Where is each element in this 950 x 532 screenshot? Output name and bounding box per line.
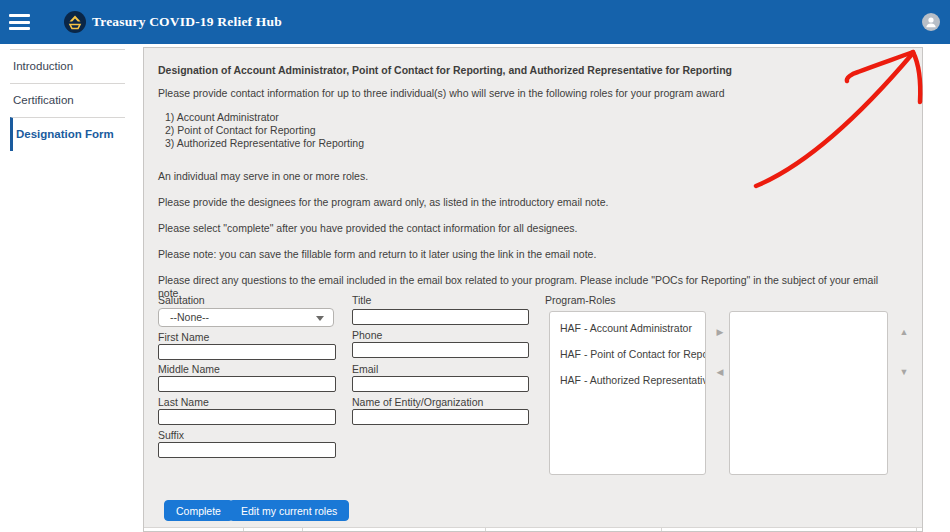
first-name-field[interactable]	[158, 344, 336, 360]
page-title: Treasury COVID-19 Relief Hub	[92, 0, 282, 44]
intro-paragraph: Please provide contact information for u…	[158, 87, 904, 100]
treasury-seal-icon	[64, 11, 86, 33]
roles-list-item: 2) Point of Contact for Reporting	[158, 124, 904, 137]
phone-label: Phone	[352, 329, 382, 341]
sidebar-nav: Introduction Certification Designation F…	[10, 49, 125, 151]
note-paragraph: An individual may serve in one or more r…	[158, 170, 904, 183]
middle-name-label: Middle Name	[158, 363, 220, 375]
chevron-down-icon	[316, 316, 324, 321]
user-profile-icon[interactable]	[922, 13, 940, 31]
sidebar-item-certification[interactable]: Certification	[10, 83, 125, 117]
move-up-icon[interactable]: ▲	[897, 325, 911, 339]
program-roles-label: Program-Roles	[545, 294, 616, 306]
first-name-label: First Name	[158, 331, 209, 343]
phone-field[interactable]	[352, 342, 529, 358]
suffix-label: Suffix	[158, 429, 184, 441]
records-table-sliver	[144, 527, 922, 532]
edit-current-roles-button[interactable]: Edit my current roles	[229, 500, 349, 521]
program-role-option[interactable]: HAF - Account Administrator	[550, 315, 705, 341]
last-name-label: Last Name	[158, 396, 209, 408]
note-paragraph: Please note: you can save the fillable f…	[158, 248, 904, 261]
roles-list-item: 3) Authorized Representative for Reporti…	[158, 137, 904, 150]
program-roles-available-listbox[interactable]: HAF - Account Administrator HAF - Point …	[549, 311, 706, 475]
move-right-icon[interactable]: ▶	[713, 325, 727, 339]
move-left-icon[interactable]: ◀	[713, 365, 727, 379]
salutation-label: Salutation	[158, 294, 205, 306]
roles-numbered-list: 1) Account Administrator 2) Point of Con…	[158, 111, 904, 150]
hamburger-menu-icon[interactable]	[9, 14, 30, 31]
program-role-option[interactable]: HAF - Authorized Representative fo...	[550, 367, 705, 393]
title-label: Title	[352, 294, 371, 306]
roles-list-item: 1) Account Administrator	[158, 111, 904, 124]
note-paragraph: Please select "complete" after you have …	[158, 222, 904, 235]
email-field[interactable]	[352, 376, 529, 392]
complete-button[interactable]: Complete	[164, 500, 233, 521]
salutation-select[interactable]: --None--	[158, 308, 334, 327]
suffix-field[interactable]	[158, 442, 336, 458]
last-name-field[interactable]	[158, 409, 336, 425]
middle-name-field[interactable]	[158, 376, 336, 392]
note-paragraph: Please provide the designees for the pro…	[158, 196, 904, 209]
title-field[interactable]	[352, 309, 529, 325]
form-heading: Designation of Account Administrator, Po…	[158, 64, 904, 77]
program-role-option[interactable]: HAF - Point of Contact for Reporting	[550, 341, 705, 367]
program-roles-selected-listbox[interactable]	[729, 311, 888, 475]
entity-name-label: Name of Entity/Organization	[352, 396, 483, 408]
move-down-icon[interactable]: ▼	[897, 365, 911, 379]
sidebar-item-introduction[interactable]: Introduction	[10, 49, 125, 83]
email-label: Email	[352, 363, 378, 375]
note-paragraph: Please direct any questions to the email…	[158, 274, 904, 300]
sidebar-item-designation-form[interactable]: Designation Form	[10, 117, 125, 151]
designation-form-panel: Designation of Account Administrator, Po…	[143, 47, 923, 532]
app-header: Treasury COVID-19 Relief Hub	[0, 0, 950, 44]
salutation-selected-value: --None--	[170, 311, 209, 323]
entity-name-field[interactable]	[352, 409, 529, 425]
